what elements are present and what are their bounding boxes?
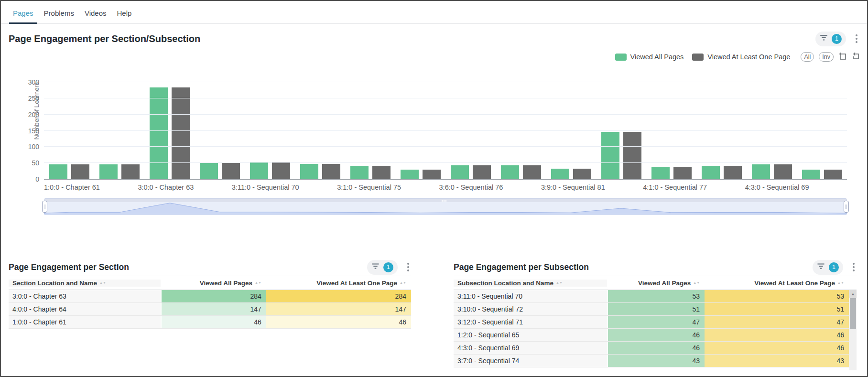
rect-select-icon[interactable] [838,52,846,62]
bar [651,167,670,179]
bar-group-14 [747,164,797,179]
bar [423,170,441,179]
bar [350,166,369,179]
row-name-cell: 1:2:0 - Sequential 65 [454,329,608,341]
dashboard-page: PagesProblemsVideosHelp Page Engagement … [0,0,868,377]
table-row: 3:12:0 - Sequential 714747 [454,316,857,329]
x-tick-label: 3:11:0 - Sequential 70 [232,183,299,194]
x-tick-label [605,183,643,194]
chart-filter-count-badge: 1 [832,34,842,44]
viewed-one-cell: 53 [705,290,849,302]
scrollbar-up-arrow[interactable]: ▲ [849,290,857,298]
bar [272,162,290,179]
sort-icon: ▲▼ [556,281,563,284]
slider-handle-left[interactable] [42,201,47,213]
chart-menu-button[interactable] [854,33,859,44]
bar [473,165,491,179]
bar [372,166,391,179]
bar [200,163,218,180]
section-table-filter-button[interactable]: 1 [367,260,398,275]
sort-icon: ▲▼ [400,281,406,284]
undo-select-icon[interactable] [851,52,859,62]
y-tick-label: 150 [19,127,39,135]
chart-section: Page Engagement per Section/Subsection 1… [1,24,867,215]
bar-chart: Number of Learners 050100150200250300 1:… [44,72,847,215]
bar [71,164,89,179]
bar [99,164,118,179]
tab-help[interactable]: Help [112,2,137,23]
slider-handle-right[interactable] [844,201,849,213]
bar-group-15 [797,170,847,179]
bar [551,169,569,179]
tab-pages[interactable]: Pages [8,2,39,23]
subsection-table-filter-button[interactable]: 1 [813,260,843,275]
column-header-viewed-one[interactable]: Viewed At Least One Page▲▼ [266,280,411,287]
bar [601,132,619,179]
viewed-all-cell: 51 [608,303,705,315]
tab-videos[interactable]: Videos [79,2,112,23]
bar [222,163,240,180]
column-header-subsection-name[interactable]: Subsection Location and Name▲▼ [454,280,608,287]
y-tick-label: 200 [19,111,39,118]
chart-title: Page Engagement per Section/Subsection [9,33,200,44]
filter-icon [817,263,825,271]
sort-icon: ▲▼ [99,281,106,284]
table-scrollbar[interactable]: ▲ [849,290,857,370]
table-row: 3:11:0 - Sequential 705353 [454,290,857,303]
bar-group-5 [295,164,345,179]
y-tick-label: 250 [19,95,39,102]
x-tick-label [100,183,138,194]
viewed-one-cell: 46 [266,316,411,328]
bar-group-10 [546,169,596,179]
viewed-one-cell: 47 [705,316,849,328]
bar [172,87,190,179]
bar [752,164,770,179]
viewed-all-cell: 46 [608,329,705,341]
section-table-card: Page Engagement per Section 1 Section Lo… [9,259,411,329]
bar [774,164,792,179]
x-tick-label: 1:0:0 - Chapter 61 [44,183,100,194]
slider-grip[interactable] [442,200,446,202]
bar [451,165,469,179]
section-table-menu-button[interactable] [405,262,411,272]
chart-filter-button[interactable]: 1 [815,32,846,46]
column-header-viewed-all[interactable]: Viewed All Pages▲▼ [608,280,705,287]
bar-group-13 [696,166,747,179]
viewed-one-cell: 43 [705,355,849,367]
bar-group-1 [94,164,144,179]
section-table-filter-count-badge: 1 [383,262,393,272]
select-all-button[interactable]: All [801,52,814,62]
viewed-all-cell: 47 [608,316,705,328]
x-tick-label [809,183,847,194]
bar [623,132,641,179]
bar [573,169,591,179]
bar [724,166,742,179]
bar [121,164,140,179]
y-tick-label: 300 [19,78,39,86]
x-tick-label: 3:0:0 - Chapter 63 [138,183,194,194]
chart-zoom-slider[interactable] [44,198,847,215]
column-header-section-name[interactable]: Section Location and Name▲▼ [9,280,162,287]
viewed-all-cell: 46 [608,342,705,354]
viewed-all-cell: 284 [162,290,266,302]
scrollbar-thumb[interactable] [850,298,856,329]
legend-item-1[interactable]: Viewed At Least One Page [692,53,790,61]
table-row: 3:0:0 - Chapter 63284284 [9,290,411,303]
legend-swatch [692,54,704,61]
row-name-cell: 1:0:0 - Chapter 61 [9,316,162,328]
row-name-cell: 4:0:0 - Chapter 64 [9,303,162,315]
select-invert-button[interactable]: Inv [819,52,834,62]
column-header-viewed-all[interactable]: Viewed All Pages▲▼ [162,280,266,287]
legend-item-0[interactable]: Viewed All Pages [615,53,684,61]
bar [824,170,842,179]
bar [802,170,820,179]
viewed-one-cell: 284 [266,290,411,302]
chart-legend: Viewed All PagesViewed At Least One Page [615,53,791,61]
subsection-table-menu-button[interactable] [851,262,857,272]
x-tick-label: 3:1:0 - Sequential 75 [337,183,401,194]
tab-problems[interactable]: Problems [39,2,79,23]
bar-group-11 [596,132,646,179]
column-header-viewed-one[interactable]: Viewed At Least One Page▲▼ [705,280,849,287]
row-name-cell: 3:12:0 - Sequential 71 [454,316,608,328]
viewed-one-cell: 46 [705,329,849,341]
